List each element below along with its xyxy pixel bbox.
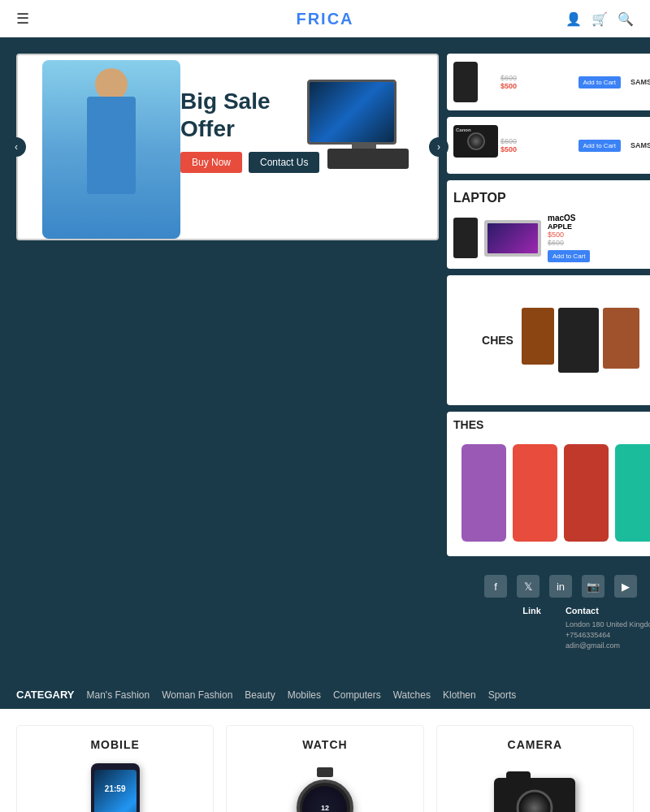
user-icon[interactable]: 👤 bbox=[566, 11, 582, 27]
side-phone-add-cart[interactable]: Add to Cart bbox=[578, 76, 621, 89]
side-clothes-title: CHES bbox=[482, 334, 514, 347]
side-laptop-price-orig: $600 bbox=[548, 239, 590, 247]
coats-display bbox=[453, 436, 650, 550]
cloth-brown bbox=[522, 308, 554, 365]
side-products-panel: $600 $500 Add to Cart SAMSUNG Canon $600… bbox=[447, 54, 650, 664]
category-klothen[interactable]: Klothen bbox=[443, 689, 476, 701]
linkedin-icon[interactable]: in bbox=[549, 575, 572, 598]
side-camera-brand: SAMSUNG bbox=[630, 141, 650, 149]
hamburger-icon[interactable]: ☰ bbox=[16, 10, 29, 28]
category-watches[interactable]: Watches bbox=[393, 689, 431, 701]
side-phone-info: $600 $500 bbox=[500, 74, 572, 90]
contact-us-button[interactable]: Contact Us bbox=[249, 152, 319, 173]
category-mobiles[interactable]: Mobiles bbox=[288, 689, 321, 701]
side-laptop-brand: APPLE bbox=[548, 222, 590, 231]
hero-title: Big Sale Offer bbox=[180, 88, 319, 142]
clothes-stack bbox=[522, 308, 639, 373]
watch-body: 12 bbox=[297, 780, 353, 812]
youtube-icon[interactable]: ▶ bbox=[614, 575, 637, 598]
category-sports[interactable]: Sports bbox=[488, 689, 517, 701]
camera-product-card: CAMERA Canon Add To Cart SAMSUNG $500 $6… bbox=[436, 725, 634, 812]
footer-link-title: Link bbox=[522, 606, 541, 615]
cloth-tan bbox=[603, 308, 639, 369]
coat-purple bbox=[462, 444, 506, 542]
watch-image-area: 12 bbox=[239, 759, 410, 812]
camera-lens bbox=[517, 790, 553, 813]
hero-arrow-left[interactable]: ‹ bbox=[6, 137, 26, 157]
hero-computer-image bbox=[307, 80, 421, 177]
cloth-black bbox=[558, 308, 599, 373]
camera-category-label: CAMERA bbox=[508, 738, 562, 751]
coat-darkred bbox=[564, 444, 609, 542]
side-laptop-image bbox=[484, 220, 541, 257]
mobile-watch-camera-row: MOBILE 21:59 Add To Cart SAMSUNG $500 $6… bbox=[16, 725, 634, 812]
hero-content: Big Sale Offer Buy Now Contact Us bbox=[180, 88, 319, 173]
side-clothes-section: CHES bbox=[447, 275, 650, 405]
hero-woman-image bbox=[42, 60, 180, 239]
search-icon[interactable]: 🔍 bbox=[618, 11, 634, 27]
macos-label: macOS bbox=[548, 214, 590, 222]
footer-partial: f 𝕏 in 📷 ▶ Link Contact London 180 Unite… bbox=[447, 563, 650, 664]
side-phone-image bbox=[453, 62, 494, 102]
facebook-icon[interactable]: f bbox=[484, 575, 507, 598]
camera-bump bbox=[506, 771, 531, 780]
watch-time: 12 bbox=[321, 804, 329, 812]
side-camera-image: Canon bbox=[453, 125, 494, 166]
side-laptop-price-sale: $500 bbox=[548, 231, 590, 239]
watch-category-label: WATCH bbox=[302, 738, 347, 751]
camera-image-area: Canon bbox=[449, 759, 621, 812]
watch-band-top bbox=[317, 767, 333, 777]
footer-email: adin@gmail.com bbox=[566, 641, 650, 650]
footer-contact-title: Contact bbox=[566, 606, 650, 615]
mobile-product-card: MOBILE 21:59 Add To Cart SAMSUNG $500 $6… bbox=[16, 725, 214, 812]
watch-product-card: WATCH 12 Add To Cart SAMSUNG $500 $600 bbox=[226, 725, 423, 812]
hero-banner: Big Sale Offer Buy Now Contact Us bbox=[16, 54, 439, 240]
side-camera-add-cart[interactable]: Add to Cart bbox=[578, 140, 621, 152]
mobile-phone-shape: 21:59 bbox=[91, 763, 140, 812]
mobile-category-label: MOBILE bbox=[90, 738, 139, 751]
site-logo: FRICA bbox=[296, 10, 353, 28]
side-camera-price-orig: $600 bbox=[500, 137, 572, 145]
twitter-icon[interactable]: 𝕏 bbox=[517, 575, 540, 598]
category-womens-fashion[interactable]: Woman Fashion bbox=[162, 689, 232, 701]
side-camera-price-sale: $500 bbox=[500, 145, 572, 153]
category-label: CATEGARY bbox=[16, 689, 75, 701]
category-computers[interactable]: Computers bbox=[333, 689, 381, 701]
side-laptop-add-cart[interactable]: Add to Cart bbox=[548, 250, 590, 262]
side-laptop-title: LAPTOP bbox=[453, 191, 650, 205]
category-mens-fashion[interactable]: Man's Fashion bbox=[87, 689, 150, 701]
phone-screen: 21:59 bbox=[94, 770, 136, 812]
category-beauty[interactable]: Beauty bbox=[245, 689, 275, 701]
side-coats-section: THES bbox=[447, 412, 650, 556]
side-phone-price-sale: $500 bbox=[500, 82, 572, 90]
footer-contact-col: Contact London 180 United Kingdom +75463… bbox=[566, 606, 650, 652]
coat-red bbox=[513, 444, 557, 542]
phone-time: 21:59 bbox=[105, 784, 126, 793]
side-phone2-image bbox=[453, 218, 478, 258]
side-coats-title: THES bbox=[453, 418, 650, 431]
side-laptop-section: LAPTOP macOS APPLE $500 $600 Add to Cart bbox=[447, 180, 650, 269]
instagram-icon[interactable]: 📷 bbox=[582, 575, 604, 598]
category-nav: CATEGARY Man's Fashion Woman Fashion Bea… bbox=[0, 680, 650, 709]
side-laptop-info: macOS APPLE $500 $600 Add to Cart bbox=[548, 214, 590, 262]
footer-address: London 180 United Kingdom bbox=[566, 620, 650, 628]
hero-section: ‹ Big Sale Offer Buy Now bbox=[0, 37, 650, 680]
hero-buttons: Buy Now Contact Us bbox=[180, 152, 319, 173]
side-product-phone: $600 $500 Add to Cart SAMSUNG bbox=[447, 54, 650, 110]
coat-teal bbox=[615, 444, 650, 542]
header-icons: 👤 🛒 🔍 bbox=[566, 11, 634, 27]
side-phone-price-orig: $600 bbox=[500, 74, 572, 82]
watch-shape: 12 bbox=[292, 771, 358, 812]
footer-columns: Link Contact London 180 United Kingdom +… bbox=[463, 606, 650, 652]
side-phone-brand: SAMSUNG bbox=[630, 78, 650, 86]
header: ☰ FRICA 👤 🛒 🔍 bbox=[0, 0, 650, 37]
watch-face: 12 bbox=[302, 786, 347, 813]
main-content: MOBILE 21:59 Add To Cart SAMSUNG $500 $6… bbox=[0, 709, 650, 812]
cart-icon[interactable]: 🛒 bbox=[592, 11, 608, 27]
footer-link-col: Link bbox=[522, 606, 541, 652]
hero-arrow-right[interactable]: › bbox=[429, 137, 448, 157]
side-product-camera: Canon $600 $500 Add to Cart SAMSUNG bbox=[447, 117, 650, 174]
footer-phone: +7546335464 bbox=[566, 631, 650, 639]
mobile-image-area: 21:59 bbox=[29, 759, 201, 812]
buy-now-button[interactable]: Buy Now bbox=[180, 152, 242, 173]
